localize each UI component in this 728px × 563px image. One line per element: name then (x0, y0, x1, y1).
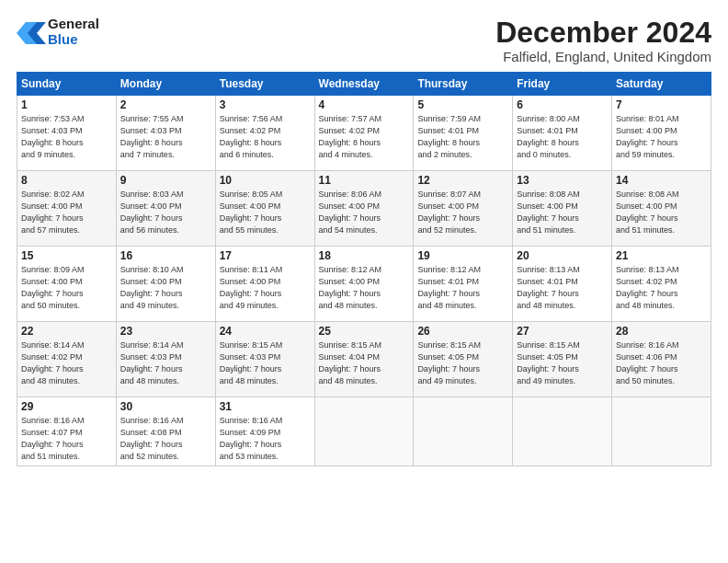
day-info: Sunrise: 8:14 AMSunset: 4:02 PMDaylight:… (21, 340, 85, 385)
calendar-cell: 25Sunrise: 8:15 AMSunset: 4:04 PMDayligh… (314, 322, 414, 397)
day-header-saturday: Saturday (612, 73, 711, 96)
day-number: 14 (616, 174, 707, 187)
day-info: Sunrise: 8:14 AMSunset: 4:03 PMDaylight:… (120, 340, 184, 385)
calendar-cell: 20Sunrise: 8:13 AMSunset: 4:01 PMDayligh… (513, 247, 612, 322)
calendar-cell: 19Sunrise: 8:12 AMSunset: 4:01 PMDayligh… (414, 247, 513, 322)
logo-blue: Blue (48, 32, 99, 48)
day-number: 17 (220, 249, 311, 262)
calendar-cell (612, 397, 711, 466)
calendar-cell: 21Sunrise: 8:13 AMSunset: 4:02 PMDayligh… (612, 247, 711, 322)
calendar-cell: 5Sunrise: 7:59 AMSunset: 4:01 PMDaylight… (414, 96, 513, 171)
week-row-4: 22Sunrise: 8:14 AMSunset: 4:02 PMDayligh… (17, 322, 711, 397)
day-info: Sunrise: 8:15 AMSunset: 4:03 PMDaylight:… (220, 340, 283, 385)
day-info: Sunrise: 7:56 AMSunset: 4:02 PMDaylight:… (220, 114, 283, 159)
day-info: Sunrise: 8:16 AMSunset: 4:06 PMDaylight:… (616, 340, 679, 385)
calendar-cell: 22Sunrise: 8:14 AMSunset: 4:02 PMDayligh… (17, 322, 117, 397)
week-row-1: 1Sunrise: 7:53 AMSunset: 4:03 PMDaylight… (17, 96, 711, 171)
day-number: 13 (517, 174, 608, 187)
calendar-cell: 7Sunrise: 8:01 AMSunset: 4:00 PMDaylight… (612, 96, 711, 171)
calendar-cell: 16Sunrise: 8:10 AMSunset: 4:00 PMDayligh… (116, 247, 215, 322)
day-number: 5 (417, 98, 508, 111)
day-info: Sunrise: 8:08 AMSunset: 4:00 PMDaylight:… (517, 190, 580, 235)
day-number: 20 (517, 249, 608, 262)
day-number: 25 (319, 325, 410, 338)
day-info: Sunrise: 8:07 AMSunset: 4:00 PMDaylight:… (417, 190, 481, 235)
day-number: 10 (220, 174, 311, 187)
day-number: 8 (21, 174, 112, 187)
calendar-cell: 27Sunrise: 8:15 AMSunset: 4:05 PMDayligh… (513, 322, 612, 397)
calendar-cell: 6Sunrise: 8:00 AMSunset: 4:01 PMDaylight… (513, 96, 612, 171)
location: Falfield, England, United Kingdom (495, 49, 711, 64)
day-info: Sunrise: 8:00 AMSunset: 4:01 PMDaylight:… (517, 114, 580, 159)
day-number: 18 (319, 249, 410, 262)
calendar-cell: 10Sunrise: 8:05 AMSunset: 4:00 PMDayligh… (215, 171, 314, 247)
day-info: Sunrise: 8:16 AMSunset: 4:09 PMDaylight:… (220, 416, 283, 461)
calendar-cell: 30Sunrise: 8:16 AMSunset: 4:08 PMDayligh… (116, 397, 215, 466)
day-info: Sunrise: 7:59 AMSunset: 4:01 PMDaylight:… (417, 114, 481, 159)
logo-general: General (48, 17, 99, 32)
day-info: Sunrise: 8:08 AMSunset: 4:00 PMDaylight:… (616, 190, 679, 235)
week-row-3: 15Sunrise: 8:09 AMSunset: 4:00 PMDayligh… (17, 247, 711, 322)
month-title: December 2024 (495, 17, 711, 49)
calendar-cell: 28Sunrise: 8:16 AMSunset: 4:06 PMDayligh… (612, 322, 711, 397)
day-info: Sunrise: 8:06 AMSunset: 4:00 PMDaylight:… (319, 190, 382, 235)
day-info: Sunrise: 7:55 AMSunset: 4:03 PMDaylight:… (120, 114, 184, 159)
calendar-cell: 15Sunrise: 8:09 AMSunset: 4:00 PMDayligh… (17, 247, 117, 322)
calendar-cell (513, 397, 612, 466)
day-header-monday: Monday (116, 73, 215, 96)
day-number: 4 (319, 98, 410, 111)
calendar-cell: 8Sunrise: 8:02 AMSunset: 4:00 PMDaylight… (17, 171, 117, 247)
day-number: 27 (517, 325, 608, 338)
day-number: 19 (417, 249, 508, 262)
day-header-tuesday: Tuesday (215, 73, 314, 96)
day-info: Sunrise: 8:16 AMSunset: 4:07 PMDaylight:… (21, 416, 85, 461)
logo-icon (17, 20, 46, 44)
day-header-thursday: Thursday (414, 73, 513, 96)
day-number: 1 (21, 98, 112, 111)
title-block: December 2024 Falfield, England, United … (495, 17, 711, 64)
calendar-cell: 26Sunrise: 8:15 AMSunset: 4:05 PMDayligh… (414, 322, 513, 397)
day-header-wednesday: Wednesday (314, 73, 414, 96)
day-info: Sunrise: 8:15 AMSunset: 4:04 PMDaylight:… (319, 340, 382, 385)
day-number: 24 (220, 325, 311, 338)
calendar-cell: 13Sunrise: 8:08 AMSunset: 4:00 PMDayligh… (513, 171, 612, 247)
day-info: Sunrise: 8:12 AMSunset: 4:01 PMDaylight:… (417, 265, 481, 310)
day-info: Sunrise: 8:03 AMSunset: 4:00 PMDaylight:… (120, 190, 184, 235)
day-number: 22 (21, 325, 112, 338)
day-info: Sunrise: 8:15 AMSunset: 4:05 PMDaylight:… (417, 340, 481, 385)
day-number: 26 (417, 325, 508, 338)
day-number: 30 (120, 400, 211, 413)
day-info: Sunrise: 7:53 AMSunset: 4:03 PMDaylight:… (21, 114, 85, 159)
calendar-table: SundayMondayTuesdayWednesdayThursdayFrid… (17, 72, 711, 466)
day-info: Sunrise: 8:09 AMSunset: 4:00 PMDaylight:… (21, 265, 85, 310)
day-number: 6 (517, 98, 608, 111)
calendar-cell: 1Sunrise: 7:53 AMSunset: 4:03 PMDaylight… (17, 96, 117, 171)
day-info: Sunrise: 8:16 AMSunset: 4:08 PMDaylight:… (120, 416, 184, 461)
calendar-cell: 31Sunrise: 8:16 AMSunset: 4:09 PMDayligh… (215, 397, 314, 466)
day-number: 15 (21, 249, 112, 262)
day-info: Sunrise: 8:05 AMSunset: 4:00 PMDaylight:… (220, 190, 283, 235)
day-info: Sunrise: 8:13 AMSunset: 4:01 PMDaylight:… (517, 265, 580, 310)
day-info: Sunrise: 8:15 AMSunset: 4:05 PMDaylight:… (517, 340, 580, 385)
day-number: 9 (120, 174, 211, 187)
calendar-cell (314, 397, 414, 466)
day-number: 7 (616, 98, 707, 111)
calendar-cell: 12Sunrise: 8:07 AMSunset: 4:00 PMDayligh… (414, 171, 513, 247)
week-row-5: 29Sunrise: 8:16 AMSunset: 4:07 PMDayligh… (17, 397, 711, 466)
day-number: 21 (616, 249, 707, 262)
day-number: 28 (616, 325, 707, 338)
day-number: 3 (220, 98, 311, 111)
calendar-cell: 29Sunrise: 8:16 AMSunset: 4:07 PMDayligh… (17, 397, 117, 466)
calendar-cell: 11Sunrise: 8:06 AMSunset: 4:00 PMDayligh… (314, 171, 414, 247)
day-header-friday: Friday (513, 73, 612, 96)
day-number: 2 (120, 98, 211, 111)
calendar-cell: 18Sunrise: 8:12 AMSunset: 4:00 PMDayligh… (314, 247, 414, 322)
day-number: 23 (120, 325, 211, 338)
calendar-cell: 3Sunrise: 7:56 AMSunset: 4:02 PMDaylight… (215, 96, 314, 171)
day-info: Sunrise: 8:12 AMSunset: 4:00 PMDaylight:… (319, 265, 382, 310)
calendar-cell: 17Sunrise: 8:11 AMSunset: 4:00 PMDayligh… (215, 247, 314, 322)
calendar-cell: 9Sunrise: 8:03 AMSunset: 4:00 PMDaylight… (116, 171, 215, 247)
calendar-page: General Blue December 2024 Falfield, Eng… (0, 0, 728, 563)
day-number: 11 (319, 174, 410, 187)
day-info: Sunrise: 8:02 AMSunset: 4:00 PMDaylight:… (21, 190, 85, 235)
